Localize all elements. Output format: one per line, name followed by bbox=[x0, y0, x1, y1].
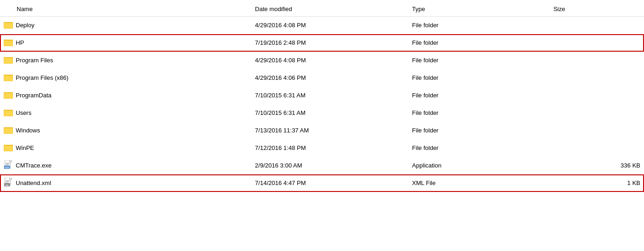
svg-rect-13 bbox=[4, 58, 12, 63]
file-type: File folder bbox=[408, 34, 550, 52]
folder-icon bbox=[4, 126, 13, 135]
svg-rect-3 bbox=[4, 23, 12, 28]
file-type: File folder bbox=[408, 104, 550, 122]
svg-rect-28 bbox=[4, 111, 12, 116]
file-date: 7/10/2015 6:31 AM bbox=[251, 104, 409, 122]
table-row[interactable]: XML Unattend.xml 7/14/2016 4:47 PM XML F… bbox=[0, 174, 644, 192]
svg-text:XML: XML bbox=[5, 184, 9, 186]
col-header-name[interactable]: Name bbox=[0, 4, 251, 17]
file-size: 1 KB bbox=[550, 174, 644, 192]
svg-rect-48 bbox=[10, 178, 12, 180]
svg-rect-23 bbox=[4, 93, 12, 98]
file-type: File folder bbox=[408, 17, 550, 34]
file-name: Unattend.xml bbox=[16, 179, 51, 186]
file-table: Name Date modified Type Size Deploy 4/29… bbox=[0, 4, 644, 192]
file-date: 4/29/2016 4:08 PM bbox=[251, 17, 409, 34]
table-row[interactable]: Program Files 4/29/2016 4:08 PM File fol… bbox=[0, 52, 644, 69]
file-size bbox=[550, 69, 644, 87]
file-date: 7/10/2015 6:31 AM bbox=[251, 87, 409, 104]
file-date: 7/19/2016 2:48 PM bbox=[251, 34, 409, 52]
file-date: 7/14/2016 4:47 PM bbox=[251, 174, 409, 192]
file-size bbox=[550, 34, 644, 52]
file-name: HP bbox=[16, 39, 24, 46]
file-size bbox=[550, 104, 644, 122]
file-type: File folder bbox=[408, 52, 550, 69]
file-date: 7/13/2016 11:37 AM bbox=[251, 122, 409, 139]
file-type: File folder bbox=[408, 139, 550, 157]
xml-icon: XML bbox=[4, 178, 13, 188]
svg-rect-38 bbox=[4, 146, 12, 151]
folder-icon bbox=[4, 108, 13, 118]
file-type: File folder bbox=[408, 122, 550, 139]
svg-rect-41 bbox=[10, 160, 12, 162]
folder-icon bbox=[4, 38, 13, 48]
table-row[interactable]: WinPE 7/12/2016 1:48 PM File folder bbox=[0, 139, 644, 157]
file-name: Windows bbox=[16, 127, 40, 134]
file-name: CMTrace.exe bbox=[16, 162, 52, 169]
file-type: File folder bbox=[408, 69, 550, 87]
file-name: Deploy bbox=[16, 22, 34, 29]
file-size: 336 KB bbox=[550, 157, 644, 174]
svg-rect-18 bbox=[4, 76, 12, 81]
col-header-size[interactable]: Size bbox=[550, 4, 644, 17]
file-name: ProgramData bbox=[16, 92, 51, 99]
file-type: XML File bbox=[408, 174, 550, 192]
table-row[interactable]: Program Files (x86) 4/29/2016 4:06 PM Fi… bbox=[0, 69, 644, 87]
folder-icon bbox=[4, 90, 13, 100]
file-name: Program Files (x86) bbox=[16, 74, 68, 81]
file-size bbox=[550, 87, 644, 104]
table-row[interactable]: HP 7/19/2016 2:48 PM File folder bbox=[0, 34, 644, 52]
exe-icon: EXE bbox=[4, 160, 13, 171]
table-row[interactable]: Deploy 4/29/2016 4:08 PM File folder bbox=[0, 17, 644, 34]
file-size bbox=[550, 17, 644, 34]
folder-icon bbox=[4, 20, 13, 30]
svg-text:EXE: EXE bbox=[5, 167, 9, 169]
file-size bbox=[550, 52, 644, 69]
file-size bbox=[550, 139, 644, 157]
file-size bbox=[550, 122, 644, 139]
svg-rect-33 bbox=[4, 128, 12, 133]
table-row[interactable]: EXE CMTrace.exe 2/9/2016 3:00 AM Applica… bbox=[0, 157, 644, 174]
file-type: Application bbox=[408, 157, 550, 174]
folder-icon bbox=[4, 55, 13, 65]
col-header-date[interactable]: Date modified bbox=[251, 4, 409, 17]
svg-rect-8 bbox=[4, 41, 12, 46]
table-row[interactable]: Users 7/10/2015 6:31 AM File folder bbox=[0, 104, 644, 122]
folder-icon bbox=[4, 73, 13, 83]
table-row[interactable]: ProgramData 7/10/2015 6:31 AM File folde… bbox=[0, 87, 644, 104]
file-date: 2/9/2016 3:00 AM bbox=[251, 157, 409, 174]
folder-icon bbox=[4, 143, 13, 153]
col-header-type[interactable]: Type bbox=[408, 4, 550, 17]
file-date: 4/29/2016 4:06 PM bbox=[251, 69, 409, 87]
file-date: 4/29/2016 4:08 PM bbox=[251, 52, 409, 69]
file-name: Program Files bbox=[16, 57, 53, 64]
file-name: WinPE bbox=[16, 144, 34, 151]
explorer-container: Name Date modified Type Size Deploy 4/29… bbox=[0, 0, 644, 251]
file-type: File folder bbox=[408, 87, 550, 104]
file-name: Users bbox=[16, 109, 31, 116]
file-date: 7/12/2016 1:48 PM bbox=[251, 139, 409, 157]
table-row[interactable]: Windows 7/13/2016 11:37 AM File folder bbox=[0, 122, 644, 139]
